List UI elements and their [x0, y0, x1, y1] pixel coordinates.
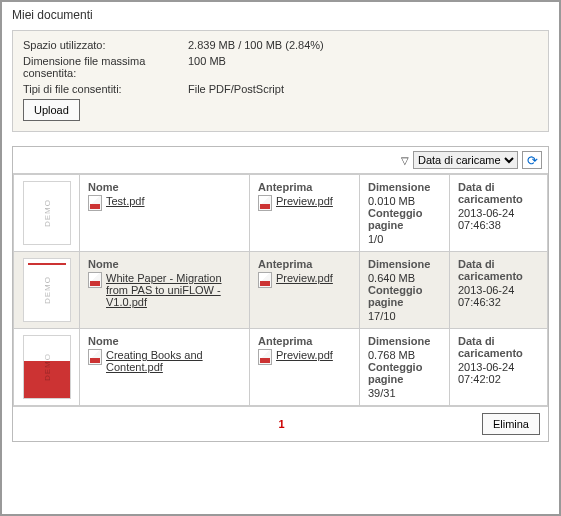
- preview-link[interactable]: Preview.pdf: [276, 195, 333, 207]
- file-size: 0.640 MB: [368, 272, 415, 284]
- upload-time: 07:46:32: [458, 296, 501, 308]
- file-name-link[interactable]: Creating Books and Content.pdf: [106, 349, 241, 373]
- thumbnail[interactable]: DEMO: [23, 181, 71, 245]
- sort-select[interactable]: Data di caricame: [413, 151, 518, 169]
- grid-footer: 1 Elimina: [13, 406, 548, 441]
- upload-time: 07:46:38: [458, 219, 501, 231]
- name-label: Nome: [88, 181, 241, 193]
- page-count: 39/31: [368, 387, 396, 399]
- demo-watermark: DEMO: [42, 353, 51, 381]
- upload-time: 07:42:02: [458, 373, 501, 385]
- refresh-icon: ⟳: [527, 154, 538, 167]
- uploaddate-label: Data di caricamento: [458, 258, 539, 282]
- pagecount-label: Conteggio pagine: [368, 284, 441, 308]
- sort-direction-icon[interactable]: ▽: [401, 155, 409, 166]
- pdf-icon: [258, 272, 272, 288]
- preview-label: Anteprima: [258, 181, 351, 193]
- dimension-label: Dimensione: [368, 335, 441, 347]
- file-name-link[interactable]: Test.pdf: [106, 195, 145, 207]
- upload-button[interactable]: Upload: [23, 99, 80, 121]
- upload-date: 2013-06-24: [458, 361, 514, 373]
- table-row[interactable]: DEMONome Test.pdfAnteprima Preview.pdfDi…: [14, 175, 548, 252]
- file-size: 0.010 MB: [368, 195, 415, 207]
- pdf-icon: [88, 349, 102, 365]
- grid: ▽ Data di caricame ⟳ DEMONome Test.pdfAn…: [12, 146, 549, 442]
- table-row[interactable]: DEMONome White Paper - Migration from PA…: [14, 252, 548, 329]
- page-number[interactable]: 1: [81, 418, 482, 430]
- name-label: Nome: [88, 258, 241, 270]
- types-label: Tipi di file consentiti:: [23, 83, 188, 95]
- upload-date: 2013-06-24: [458, 207, 514, 219]
- info-panel: Spazio utilizzato: 2.839 MB / 100 MB (2.…: [12, 30, 549, 132]
- thumbnail[interactable]: DEMO: [23, 258, 71, 322]
- grid-toolbar: ▽ Data di caricame ⟳: [13, 147, 548, 174]
- demo-watermark: DEMO: [42, 199, 51, 227]
- dimension-label: Dimensione: [368, 258, 441, 270]
- pdf-icon: [258, 349, 272, 365]
- page-count: 1/0: [368, 233, 383, 245]
- preview-link[interactable]: Preview.pdf: [276, 349, 333, 361]
- table-row[interactable]: DEMONome Creating Books and Content.pdfA…: [14, 329, 548, 406]
- types-value: File PDF/PostScript: [188, 83, 284, 95]
- page-count: 17/10: [368, 310, 396, 322]
- uploaddate-label: Data di caricamento: [458, 335, 539, 359]
- thumbnail[interactable]: DEMO: [23, 335, 71, 399]
- pdf-icon: [258, 195, 272, 211]
- delete-button[interactable]: Elimina: [482, 413, 540, 435]
- maxsize-label: Dimensione file massima consentita:: [23, 55, 188, 79]
- pdf-icon: [88, 195, 102, 211]
- page-title: Miei documenti: [2, 2, 559, 30]
- maxsize-value: 100 MB: [188, 55, 226, 79]
- grid-table: DEMONome Test.pdfAnteprima Preview.pdfDi…: [13, 174, 548, 406]
- window: Miei documenti Spazio utilizzato: 2.839 …: [0, 0, 561, 516]
- pagecount-label: Conteggio pagine: [368, 207, 441, 231]
- upload-date: 2013-06-24: [458, 284, 514, 296]
- file-size: 0.768 MB: [368, 349, 415, 361]
- storage-label: Spazio utilizzato:: [23, 39, 188, 51]
- pagecount-label: Conteggio pagine: [368, 361, 441, 385]
- uploaddate-label: Data di caricamento: [458, 181, 539, 205]
- preview-label: Anteprima: [258, 335, 351, 347]
- dimension-label: Dimensione: [368, 181, 441, 193]
- name-label: Nome: [88, 335, 241, 347]
- demo-watermark: DEMO: [42, 276, 51, 304]
- storage-value: 2.839 MB / 100 MB (2.84%): [188, 39, 324, 51]
- file-name-link[interactable]: White Paper - Migration from PAS to uniF…: [106, 272, 241, 308]
- preview-link[interactable]: Preview.pdf: [276, 272, 333, 284]
- refresh-button[interactable]: ⟳: [522, 151, 542, 169]
- pdf-icon: [88, 272, 102, 288]
- preview-label: Anteprima: [258, 258, 351, 270]
